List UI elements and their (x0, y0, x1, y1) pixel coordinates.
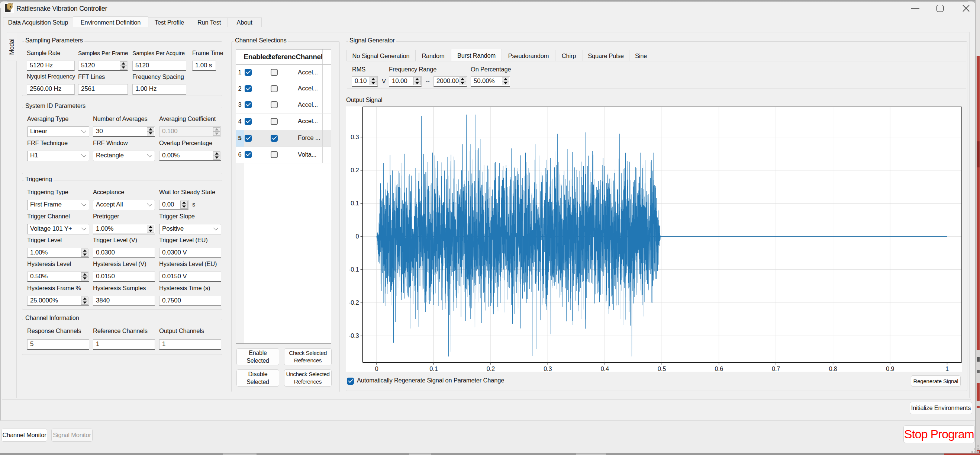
svg-text:-0.3: -0.3 (349, 332, 359, 339)
svg-text:0.3: 0.3 (544, 366, 552, 372)
svg-text:0.4: 0.4 (601, 366, 609, 372)
svg-text:-0.2: -0.2 (349, 299, 359, 306)
svg-text:0.6: 0.6 (715, 366, 723, 372)
svg-text:0.3: 0.3 (351, 134, 359, 140)
svg-text:0.9: 0.9 (886, 366, 894, 372)
svg-text:0.7: 0.7 (772, 366, 780, 372)
svg-text:0.1: 0.1 (430, 366, 438, 372)
svg-text:0: 0 (375, 366, 379, 372)
svg-text:0.8: 0.8 (829, 366, 837, 372)
svg-text:0: 0 (356, 233, 359, 239)
svg-text:0.1: 0.1 (351, 200, 359, 206)
svg-text:-0.1: -0.1 (349, 266, 359, 273)
svg-text:1: 1 (945, 366, 949, 372)
svg-text:0.2: 0.2 (351, 167, 359, 173)
svg-text:0.2: 0.2 (487, 366, 495, 372)
svg-text:0.5: 0.5 (658, 366, 666, 372)
